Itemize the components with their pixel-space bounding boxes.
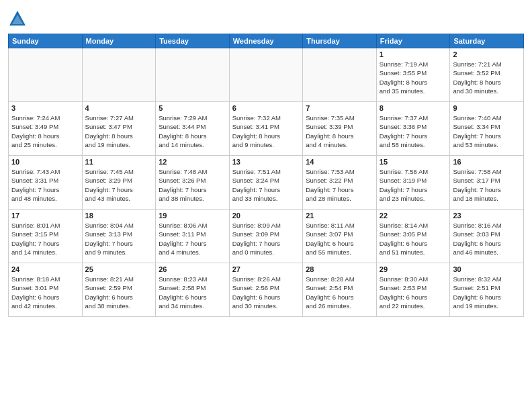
day-number: 1 (380, 50, 447, 58)
calendar-cell: 10Sunrise: 7:43 AM Sunset: 3:31 PM Dayli… (9, 156, 83, 210)
day-info: Sunrise: 7:48 AM Sunset: 3:26 PM Dayligh… (159, 167, 226, 203)
day-info: Sunrise: 8:01 AM Sunset: 3:15 PM Dayligh… (11, 221, 79, 257)
calendar-cell (9, 48, 83, 102)
day-info: Sunrise: 7:24 AM Sunset: 3:49 PM Dayligh… (11, 113, 79, 149)
day-number: 11 (85, 158, 153, 166)
day-number: 16 (453, 158, 521, 166)
week-row-2: 10Sunrise: 7:43 AM Sunset: 3:31 PM Dayli… (9, 156, 524, 210)
page-container: SundayMondayTuesdayWednesdayThursdayFrid… (0, 0, 532, 322)
day-info: Sunrise: 8:23 AM Sunset: 2:58 PM Dayligh… (159, 275, 226, 310)
calendar-cell (82, 48, 156, 102)
day-number: 19 (159, 212, 226, 220)
calendar-cell: 5Sunrise: 7:29 AM Sunset: 3:44 PM Daylig… (156, 102, 230, 156)
calendar-cell: 17Sunrise: 8:01 AM Sunset: 3:15 PM Dayli… (9, 210, 83, 263)
calendar-cell: 18Sunrise: 8:04 AM Sunset: 3:13 PM Dayli… (82, 210, 156, 263)
calendar-cell (229, 48, 303, 102)
calendar-cell (303, 48, 377, 102)
day-number: 30 (453, 265, 521, 273)
calendar-cell: 16Sunrise: 7:58 AM Sunset: 3:17 PM Dayli… (450, 156, 524, 210)
logo (8, 9, 30, 28)
day-info: Sunrise: 8:04 AM Sunset: 3:13 PM Dayligh… (85, 221, 153, 257)
day-info: Sunrise: 7:56 AM Sunset: 3:19 PM Dayligh… (380, 167, 447, 203)
day-info: Sunrise: 7:21 AM Sunset: 3:52 PM Dayligh… (453, 60, 521, 95)
day-number: 22 (380, 212, 447, 220)
calendar-cell: 9Sunrise: 7:40 AM Sunset: 3:34 PM Daylig… (450, 102, 524, 156)
logo-icon (8, 9, 27, 28)
day-number: 29 (380, 265, 447, 273)
day-info: Sunrise: 8:18 AM Sunset: 3:01 PM Dayligh… (11, 275, 79, 310)
calendar-cell: 26Sunrise: 8:23 AM Sunset: 2:58 PM Dayli… (156, 263, 230, 317)
header (8, 7, 524, 28)
day-number: 10 (11, 158, 79, 166)
day-info: Sunrise: 8:14 AM Sunset: 3:05 PM Dayligh… (380, 221, 447, 257)
day-number: 6 (232, 104, 300, 112)
day-info: Sunrise: 7:27 AM Sunset: 3:47 PM Dayligh… (85, 113, 153, 149)
calendar-cell: 25Sunrise: 8:21 AM Sunset: 2:59 PM Dayli… (82, 263, 156, 317)
day-number: 27 (232, 265, 300, 273)
calendar-cell: 11Sunrise: 7:45 AM Sunset: 3:29 PM Dayli… (82, 156, 156, 210)
day-info: Sunrise: 7:58 AM Sunset: 3:17 PM Dayligh… (453, 167, 521, 203)
day-info: Sunrise: 8:26 AM Sunset: 2:56 PM Dayligh… (232, 275, 300, 310)
weekday-header-tuesday: Tuesday (156, 34, 230, 48)
day-number: 15 (380, 158, 447, 166)
day-info: Sunrise: 7:32 AM Sunset: 3:41 PM Dayligh… (232, 113, 300, 149)
day-number: 20 (232, 212, 300, 220)
calendar-cell: 12Sunrise: 7:48 AM Sunset: 3:26 PM Dayli… (156, 156, 230, 210)
day-info: Sunrise: 7:43 AM Sunset: 3:31 PM Dayligh… (11, 167, 79, 203)
week-row-1: 3Sunrise: 7:24 AM Sunset: 3:49 PM Daylig… (9, 102, 524, 156)
day-number: 24 (11, 265, 79, 273)
day-number: 26 (159, 265, 226, 273)
day-number: 12 (159, 158, 226, 166)
calendar-cell: 13Sunrise: 7:51 AM Sunset: 3:24 PM Dayli… (229, 156, 303, 210)
calendar-cell: 23Sunrise: 8:16 AM Sunset: 3:03 PM Dayli… (450, 210, 524, 263)
week-row-4: 24Sunrise: 8:18 AM Sunset: 3:01 PM Dayli… (9, 263, 524, 317)
day-number: 13 (232, 158, 300, 166)
weekday-header-saturday: Saturday (450, 34, 524, 48)
day-info: Sunrise: 8:06 AM Sunset: 3:11 PM Dayligh… (159, 221, 226, 257)
calendar-cell: 22Sunrise: 8:14 AM Sunset: 3:05 PM Dayli… (376, 210, 450, 263)
calendar-cell: 28Sunrise: 8:28 AM Sunset: 2:54 PM Dayli… (303, 263, 377, 317)
day-info: Sunrise: 7:53 AM Sunset: 3:22 PM Dayligh… (306, 167, 373, 203)
day-info: Sunrise: 8:28 AM Sunset: 2:54 PM Dayligh… (306, 275, 373, 310)
day-info: Sunrise: 8:09 AM Sunset: 3:09 PM Dayligh… (232, 221, 300, 257)
week-row-0: 1Sunrise: 7:19 AM Sunset: 3:55 PM Daylig… (9, 48, 524, 102)
day-info: Sunrise: 7:19 AM Sunset: 3:55 PM Dayligh… (380, 60, 447, 95)
week-row-3: 17Sunrise: 8:01 AM Sunset: 3:15 PM Dayli… (9, 210, 524, 263)
weekday-header-thursday: Thursday (303, 34, 377, 48)
day-number: 14 (306, 158, 373, 166)
calendar-cell: 4Sunrise: 7:27 AM Sunset: 3:47 PM Daylig… (82, 102, 156, 156)
calendar-cell (156, 48, 230, 102)
day-info: Sunrise: 7:45 AM Sunset: 3:29 PM Dayligh… (85, 167, 153, 203)
weekday-header-monday: Monday (82, 34, 156, 48)
day-info: Sunrise: 8:16 AM Sunset: 3:03 PM Dayligh… (453, 221, 521, 257)
calendar-cell: 24Sunrise: 8:18 AM Sunset: 3:01 PM Dayli… (9, 263, 83, 317)
calendar-cell: 30Sunrise: 8:32 AM Sunset: 2:51 PM Dayli… (450, 263, 524, 317)
weekday-header-sunday: Sunday (9, 34, 83, 48)
day-info: Sunrise: 7:51 AM Sunset: 3:24 PM Dayligh… (232, 167, 300, 203)
day-number: 9 (453, 104, 521, 112)
day-number: 5 (159, 104, 226, 112)
calendar-cell: 15Sunrise: 7:56 AM Sunset: 3:19 PM Dayli… (376, 156, 450, 210)
day-number: 8 (380, 104, 447, 112)
calendar-cell: 20Sunrise: 8:09 AM Sunset: 3:09 PM Dayli… (229, 210, 303, 263)
weekday-header-friday: Friday (376, 34, 450, 48)
day-info: Sunrise: 8:11 AM Sunset: 3:07 PM Dayligh… (306, 221, 373, 257)
day-number: 28 (306, 265, 373, 273)
day-number: 2 (453, 50, 521, 58)
calendar: SundayMondayTuesdayWednesdayThursdayFrid… (8, 34, 524, 317)
day-info: Sunrise: 7:40 AM Sunset: 3:34 PM Dayligh… (453, 113, 521, 149)
day-number: 23 (453, 212, 521, 220)
day-number: 7 (306, 104, 373, 112)
calendar-cell: 7Sunrise: 7:35 AM Sunset: 3:39 PM Daylig… (303, 102, 377, 156)
day-number: 17 (11, 212, 79, 220)
day-info: Sunrise: 8:32 AM Sunset: 2:51 PM Dayligh… (453, 275, 521, 310)
calendar-cell: 1Sunrise: 7:19 AM Sunset: 3:55 PM Daylig… (376, 48, 450, 102)
day-number: 4 (85, 104, 153, 112)
calendar-cell: 14Sunrise: 7:53 AM Sunset: 3:22 PM Dayli… (303, 156, 377, 210)
calendar-cell: 27Sunrise: 8:26 AM Sunset: 2:56 PM Dayli… (229, 263, 303, 317)
calendar-cell: 21Sunrise: 8:11 AM Sunset: 3:07 PM Dayli… (303, 210, 377, 263)
day-number: 25 (85, 265, 153, 273)
calendar-cell: 8Sunrise: 7:37 AM Sunset: 3:36 PM Daylig… (376, 102, 450, 156)
day-number: 21 (306, 212, 373, 220)
day-number: 18 (85, 212, 153, 220)
